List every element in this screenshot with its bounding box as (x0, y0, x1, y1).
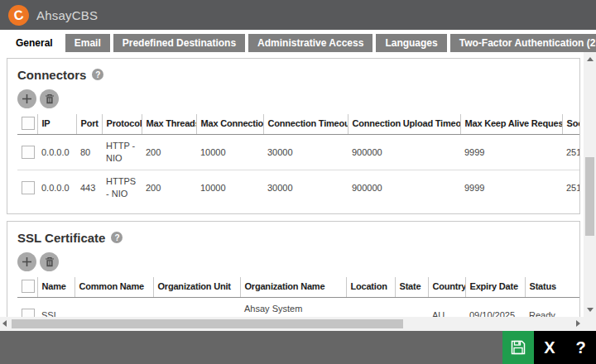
cell: 80 (76, 135, 102, 170)
tab-general[interactable]: General (7, 34, 62, 53)
column-header: IP (37, 114, 76, 135)
app-title: AhsayCBS (36, 8, 98, 22)
column-header: Protocol (102, 114, 142, 135)
help-icon[interactable]: ? (92, 69, 103, 80)
cell: 9999 (460, 170, 562, 206)
scroll-right-icon[interactable] (576, 320, 580, 327)
column-header: Name (37, 277, 74, 298)
cell: 10000 (196, 170, 263, 206)
scrollbar-corner (584, 317, 596, 331)
column-header: Country (428, 277, 465, 298)
cell: 30000 (263, 135, 348, 170)
cell (74, 298, 153, 318)
help-icon[interactable]: ? (111, 232, 123, 243)
scroll-down-icon[interactable] (587, 308, 594, 312)
tab-predefined-destinations[interactable]: Predefined Destinations (113, 34, 245, 52)
section-title: SSL Certificate (17, 231, 105, 245)
connectors-table: IPPortProtocolMax ThreadsMax ConnectionC… (17, 114, 580, 205)
table-row: SSLAhsay System Corporation LimitedAU09/… (17, 298, 580, 318)
column-header: Connection Upload Timeout (348, 114, 460, 135)
footer-bar: X ? (0, 331, 596, 364)
row-checkbox[interactable] (22, 309, 35, 317)
column-header: Max Connection (196, 114, 263, 135)
scroll-up-icon[interactable] (587, 57, 594, 61)
cell: 900000 (348, 135, 460, 170)
horizontal-scrollbar[interactable] (0, 317, 584, 331)
add-button[interactable] (17, 252, 36, 271)
settings-panel: Connectors ? IPPortProtocolMax ThreadsMa… (0, 52, 584, 317)
cell: 10000 (196, 135, 263, 170)
vertical-scrollbar[interactable] (584, 52, 596, 317)
trash-icon (45, 256, 55, 267)
scroll-left-icon[interactable] (2, 320, 7, 327)
cell: AU (428, 298, 465, 318)
vertical-scroll-thumb[interactable] (585, 157, 594, 236)
tab-languages[interactable]: Languages (376, 34, 446, 52)
table-row: 0.0.0.080HTTP - NIO200100003000090000099… (17, 135, 580, 170)
floppy-save-icon (510, 339, 526, 356)
column-header: Status (525, 277, 580, 298)
cell: 0.0.0.0 (37, 135, 76, 170)
tab-administrative-access[interactable]: Administrative Access (248, 34, 372, 52)
cell: 09/10/2025 (465, 298, 525, 318)
column-header: Sock (562, 114, 580, 135)
column-header: Port (76, 114, 102, 135)
plus-icon (22, 256, 32, 267)
cell: HTTPS - NIO (102, 170, 142, 206)
row-checkbox[interactable] (22, 146, 35, 159)
cell: 200 (142, 170, 196, 206)
column-header: Common Name (74, 277, 153, 298)
cell: 25188 (562, 170, 580, 206)
cell (153, 298, 240, 318)
trash-icon (45, 93, 55, 104)
cell: 9999 (460, 135, 562, 170)
section-title: Connectors (17, 68, 86, 82)
column-header: State (395, 277, 428, 298)
cell: 25188 (562, 135, 580, 170)
tab-two-factor-authentication-2fa[interactable]: Two-Factor Authentication (2FA) (450, 34, 596, 52)
column-header: Connection Timeout (263, 114, 348, 135)
cell: 0.0.0.0 (37, 170, 76, 206)
cell: 200 (142, 135, 196, 170)
close-button[interactable]: X (541, 338, 558, 357)
column-header: Max Threads (142, 114, 196, 135)
select-all-checkbox[interactable] (22, 280, 35, 293)
cell: HTTP - NIO (102, 135, 142, 170)
ahsay-logo-icon: C (7, 2, 31, 27)
delete-button[interactable] (40, 252, 59, 271)
delete-button[interactable] (40, 89, 59, 108)
tab-email[interactable]: Email (65, 34, 110, 52)
column-header: Max Keep Alive Request (460, 114, 562, 135)
connectors-section: Connectors ? IPPortProtocolMax ThreadsMa… (7, 58, 580, 214)
table-row: 0.0.0.0443HTTPS - NIO2001000030000900000… (17, 170, 580, 206)
column-header: Organization Name (240, 277, 346, 298)
ssl-certificate-section: SSL Certificate ? NameCommon NameOrganiz… (7, 221, 580, 317)
column-header: Location (346, 277, 395, 298)
cell: Ahsay System Corporation Limited (240, 298, 346, 318)
horizontal-scroll-thumb[interactable] (12, 319, 403, 328)
cell: Ready (525, 298, 580, 318)
save-button[interactable] (502, 331, 534, 364)
cell: 443 (76, 170, 102, 206)
row-checkbox[interactable] (22, 181, 35, 194)
cell: SSL (37, 298, 74, 318)
column-header: Organization Unit (153, 277, 240, 298)
footer-help-button[interactable]: ? (572, 338, 589, 357)
cell: 30000 (263, 170, 348, 206)
column-header: Expiry Date (465, 277, 525, 298)
add-button[interactable] (17, 89, 36, 108)
cell (346, 298, 395, 318)
cell (395, 298, 428, 318)
select-all-checkbox[interactable] (22, 117, 35, 130)
footer-actions: X ? (534, 331, 596, 364)
app-header: C AhsayCBS (0, 0, 596, 30)
ssl-certificate-table: NameCommon NameOrganization UnitOrganiza… (17, 277, 580, 317)
cell: 900000 (348, 170, 460, 206)
plus-icon (22, 93, 32, 104)
